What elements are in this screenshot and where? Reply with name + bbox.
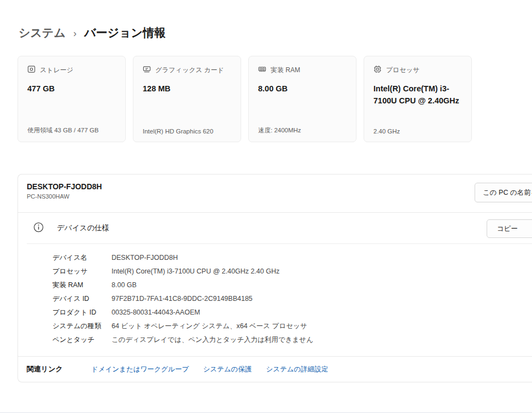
spec-value: 97F2B71D-7FA1-41C8-9DDC-2C9149BB4185: [112, 292, 253, 306]
card-value: Intel(R) Core(TM) i3-7100U CPU @ 2.40GHz: [373, 83, 462, 107]
card-detail: 速度: 2400MHz: [258, 126, 301, 135]
graphics-icon: [143, 65, 151, 75]
settings-about-page: システム › バージョン情報 ストレージ 477 GB 使用領域 43 GB /…: [0, 25, 532, 413]
storage-icon: [27, 65, 36, 75]
related-links-label: 関連リンク: [27, 364, 63, 374]
storage-card: ストレージ 477 GB 使用領域 43 GB / 477 GB: [17, 56, 126, 142]
card-value: 477 GB: [27, 83, 116, 95]
spec-value: このディスプレイでは、ペン入力とタッチ入力は利用できません: [112, 333, 313, 347]
link-system-protection[interactable]: システムの保護: [203, 365, 252, 374]
table-row: デバイス名 DESKTOP-FJODD8H: [52, 251, 532, 265]
device-specs-title: デバイスの仕様: [57, 223, 109, 233]
breadcrumb: システム › バージョン情報: [19, 25, 532, 41]
spec-value: Intel(R) Core(TM) i3-7100U CPU @ 2.40GHz…: [112, 265, 279, 278]
spec-value: 64 ビット オペレーティング システム、x64 ベース プロセッサ: [112, 319, 307, 333]
spec-label: ペンとタッチ: [52, 333, 112, 347]
rename-pc-button[interactable]: この PC の名前を: [475, 183, 532, 202]
cpu-icon: [373, 65, 382, 75]
info-icon: [33, 222, 44, 235]
device-specs-expander[interactable]: デバイスの仕様 コピー: [18, 212, 532, 243]
link-domain-workgroup[interactable]: ドメインまたはワークグループ: [91, 365, 189, 374]
table-row: デバイス ID 97F2B71D-7FA1-41C8-9DDC-2C9149BB…: [52, 292, 532, 306]
table-row: プロダクト ID 00325-80031-44043-AAOEM: [52, 306, 532, 319]
card-detail: Intel(R) HD Graphics 620: [143, 128, 213, 135]
spec-label: システムの種類: [52, 319, 112, 333]
card-label: プロセッサ: [386, 66, 419, 75]
spec-value: 8.00 GB: [112, 278, 137, 292]
breadcrumb-system[interactable]: システム: [19, 25, 66, 40]
card-value: 8.00 GB: [258, 83, 347, 95]
ram-icon: [258, 65, 266, 75]
card-detail: 2.40 GHz: [373, 128, 400, 135]
table-row: ペンとタッチ このディスプレイでは、ペン入力とタッチ入力は利用できません: [52, 333, 532, 347]
processor-card: プロセッサ Intel(R) Core(TM) i3-7100U CPU @ 2…: [364, 56, 472, 142]
spec-label: プロダクト ID: [52, 306, 112, 319]
link-advanced-system-settings[interactable]: システムの詳細設定: [266, 365, 328, 374]
table-row: プロセッサ Intel(R) Core(TM) i3-7100U CPU @ 2…: [52, 265, 532, 278]
spec-value: DESKTOP-FJODD8H: [112, 251, 178, 265]
summary-cards: ストレージ 477 GB 使用領域 43 GB / 477 GB グラフィックス…: [17, 56, 532, 142]
card-label: 実装 RAM: [271, 66, 300, 75]
ram-card: 実装 RAM 8.00 GB 速度: 2400MHz: [248, 56, 356, 142]
table-row: 実装 RAM 8.00 GB: [52, 278, 532, 292]
device-name: DESKTOP-FJODD8H: [27, 182, 532, 191]
spec-label: プロセッサ: [52, 265, 112, 278]
spec-label: 実装 RAM: [52, 278, 112, 292]
device-specs-table: デバイス名 DESKTOP-FJODD8H プロセッサ Intel(R) Cor…: [27, 243, 532, 356]
card-detail: 使用領域 43 GB / 477 GB: [27, 126, 98, 135]
spec-label: デバイス名: [52, 251, 112, 265]
related-links-row: 関連リンク ドメインまたはワークグループ システムの保護 システムの詳細設定: [18, 356, 532, 382]
copy-button[interactable]: コピー: [487, 219, 532, 238]
card-label: ストレージ: [40, 66, 73, 75]
table-row: システムの種類 64 ビット オペレーティング システム、x64 ベース プロセ…: [52, 319, 532, 333]
card-value: 128 MB: [143, 83, 231, 95]
device-info-card: DESKTOP-FJODD8H PC-NS300HAW この PC の名前を デ…: [17, 174, 532, 382]
device-model: PC-NS300HAW: [27, 193, 532, 200]
graphics-card: グラフィックス カード 128 MB Intel(R) HD Graphics …: [133, 56, 241, 142]
page-title: バージョン情報: [84, 25, 166, 40]
device-name-row: DESKTOP-FJODD8H PC-NS300HAW この PC の名前を: [18, 174, 532, 212]
card-label: グラフィックス カード: [155, 66, 224, 75]
breadcrumb-chevron-icon: ›: [73, 26, 77, 41]
spec-value: 00325-80031-44043-AAOEM: [112, 306, 200, 319]
spec-label: デバイス ID: [52, 292, 112, 306]
